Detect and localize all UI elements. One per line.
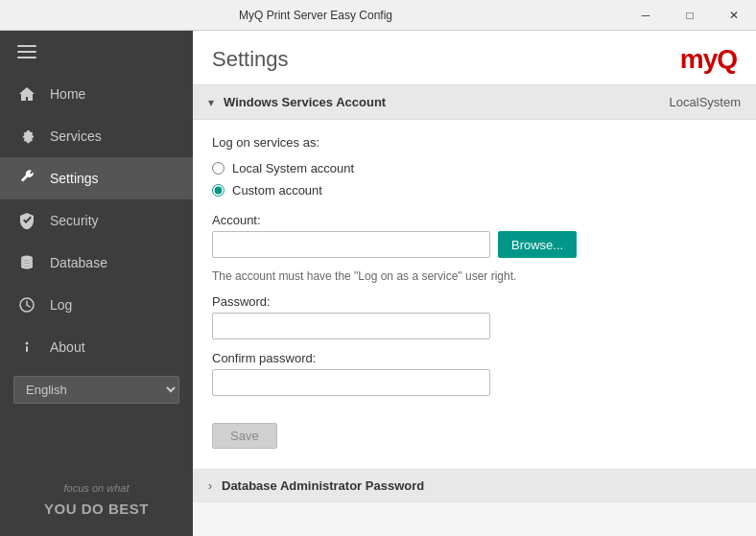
sidebar-item-security[interactable]: Security [0, 199, 193, 242]
radio-custom-input[interactable] [212, 184, 224, 197]
language-selector[interactable]: English Deutsch Français Español [0, 368, 193, 411]
section-body-windows-services-account: Log on services as: Local System account… [193, 120, 756, 468]
logon-label: Log on services as: [212, 135, 737, 150]
tagline-line2: YOU DO BEST [10, 498, 183, 521]
clock-icon [17, 296, 36, 314]
confirm-password-row: Confirm password: [212, 351, 737, 396]
svg-point-2 [26, 342, 29, 345]
section-header-windows-services-account[interactable]: ▾ Windows Services Account LocalSystem [193, 85, 756, 120]
section-title-database-admin-password: Database Administrator Password [222, 478, 424, 493]
svg-point-0 [21, 256, 33, 261]
myq-logo: myQ [680, 44, 737, 75]
section-windows-services-account: ▾ Windows Services Account LocalSystem L… [193, 85, 756, 468]
title-bar: MyQ Print Server Easy Config ─ □ ✕ [0, 0, 756, 31]
title-bar-title: MyQ Print Server Easy Config [8, 9, 624, 22]
radio-local-system[interactable]: Local System account [212, 161, 737, 175]
section-header-left-db: › Database Administrator Password [208, 478, 424, 493]
account-input[interactable] [212, 231, 490, 258]
sidebar-item-home[interactable]: Home [0, 73, 193, 115]
sidebar-item-log[interactable]: Log [0, 284, 193, 326]
chevron-down-icon: ▾ [208, 96, 214, 109]
content-scroll: ▾ Windows Services Account LocalSystem L… [193, 84, 756, 536]
section-value-windows-services-account: LocalSystem [670, 95, 741, 109]
account-label: Account: [212, 213, 737, 227]
info-icon [17, 338, 36, 356]
close-button[interactable]: ✕ [712, 0, 756, 31]
shield-icon [17, 212, 36, 229]
password-label: Password: [212, 294, 737, 309]
language-dropdown[interactable]: English Deutsch Français Español [13, 376, 179, 404]
section-title-windows-services-account: Windows Services Account [224, 95, 386, 109]
sidebar-item-settings[interactable]: Settings [0, 157, 193, 199]
hamburger-button[interactable] [0, 31, 193, 73]
sidebar-item-label-about: About [50, 339, 85, 355]
radio-local-input[interactable] [212, 162, 224, 175]
content-area: Settings myQ ▾ Windows Services Account … [193, 31, 756, 536]
account-row: Account: Browse... [212, 213, 737, 258]
sidebar-item-label-database: Database [50, 255, 107, 270]
sidebar-tagline: focus on what YOU DO BEST [0, 480, 193, 521]
sidebar-item-label-log: Log [50, 297, 72, 313]
minimize-button[interactable]: ─ [624, 0, 668, 31]
sidebar-item-label-settings: Settings [50, 171, 99, 186]
browse-button[interactable]: Browse... [498, 231, 577, 258]
sidebar-item-about[interactable]: About [0, 326, 193, 368]
password-row: Password: [212, 294, 737, 339]
sidebar-item-label-services: Services [50, 128, 102, 144]
sidebar-item-services[interactable]: Services [0, 115, 193, 157]
section-database-admin-password: › Database Administrator Password [193, 469, 756, 502]
page-title: Settings [212, 47, 289, 72]
account-input-row: Browse... [212, 231, 737, 258]
sidebar-item-label-security: Security [50, 213, 99, 228]
wrench-icon [17, 170, 36, 187]
radio-group: Local System account Custom account [212, 161, 737, 198]
home-icon [17, 85, 36, 103]
tagline-line1: focus on what [10, 480, 183, 498]
section-header-left: ▾ Windows Services Account [208, 95, 386, 109]
maximize-button[interactable]: □ [668, 0, 712, 31]
radio-custom-account[interactable]: Custom account [212, 183, 737, 198]
radio-local-label: Local System account [232, 161, 354, 175]
confirm-password-input[interactable] [212, 369, 490, 396]
app-body: Home Services Settings [0, 31, 756, 536]
confirm-password-label: Confirm password: [212, 351, 737, 365]
content-header: Settings myQ [193, 31, 756, 84]
radio-custom-label: Custom account [232, 183, 322, 198]
sidebar-item-database[interactable]: Database [0, 242, 193, 284]
password-input[interactable] [212, 313, 490, 339]
account-hint: The account must have the "Log on as a s… [212, 269, 737, 283]
sidebar: Home Services Settings [0, 31, 193, 536]
sidebar-item-label-home: Home [50, 86, 85, 102]
save-button[interactable]: Save [212, 423, 277, 449]
chevron-right-icon: › [208, 479, 212, 493]
title-bar-controls: ─ □ ✕ [624, 0, 756, 31]
section-header-database-admin-password[interactable]: › Database Administrator Password [193, 469, 756, 502]
database-icon [17, 254, 36, 271]
gear-icon [17, 128, 36, 145]
svg-rect-3 [26, 346, 28, 352]
hamburger-icon [17, 45, 36, 58]
